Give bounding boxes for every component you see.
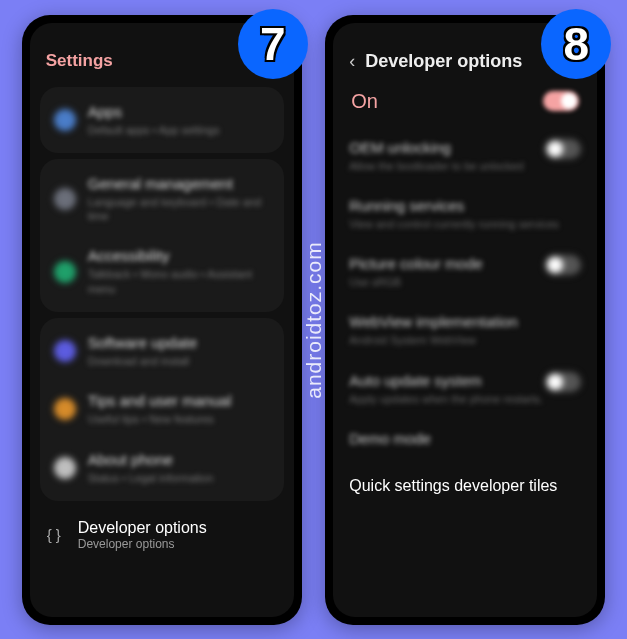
row-sub: Use sRGB — [349, 275, 545, 289]
accessibility-icon — [54, 261, 76, 283]
about-icon — [54, 457, 76, 479]
settings-item-software[interactable]: Software update Download and install — [40, 322, 284, 380]
settings-card: Apps Default apps • App settings — [40, 87, 284, 153]
settings-item-accessibility[interactable]: Accessibility Talkback • Mono audio • As… — [40, 235, 284, 308]
row-sub: Download and install — [88, 354, 270, 368]
step-badge: 7 — [238, 9, 308, 79]
page-title: Settings — [46, 51, 113, 71]
row-title: Picture colour mode — [349, 255, 545, 272]
on-label: On — [351, 90, 378, 113]
toggle-on-icon[interactable] — [543, 91, 579, 111]
software-icon — [54, 340, 76, 362]
row-title: Tips and user manual — [88, 392, 270, 409]
watermark: androidtoz.com — [302, 241, 326, 399]
row-sub: Android System WebView — [349, 333, 581, 347]
row-title: Developer options — [78, 519, 207, 537]
toggle-icon[interactable] — [545, 255, 581, 275]
settings-item-developer-options[interactable]: { } Developer options Developer options — [30, 507, 294, 567]
apps-icon — [54, 109, 76, 131]
developer-options-icon: { } — [44, 525, 64, 545]
toggle-icon[interactable] — [545, 139, 581, 159]
dev-item-webview[interactable]: WebView implementation Android System We… — [333, 301, 597, 359]
settings-item-general[interactable]: General management Language and keyboard… — [40, 163, 284, 236]
row-title: Accessibility — [88, 247, 270, 264]
row-title: About phone — [88, 451, 270, 468]
settings-item-about[interactable]: About phone Status • Legal information — [40, 439, 284, 497]
row-title: Apps — [88, 103, 270, 120]
row-title: General management — [88, 175, 270, 192]
dev-item-demo-mode[interactable]: Demo mode — [333, 418, 597, 462]
row-title: WebView implementation — [349, 313, 581, 330]
phone-right: 8 ‹ Developer options On OEM unlocking A… — [325, 15, 605, 625]
dev-item-auto-update[interactable]: Auto update system Apply updates when th… — [333, 360, 597, 418]
row-title: Demo mode — [349, 430, 581, 447]
back-icon[interactable]: ‹ — [349, 51, 355, 72]
row-sub: Useful tips • New features — [88, 412, 270, 426]
row-sub: Developer options — [78, 537, 207, 551]
master-toggle-row[interactable]: On — [333, 82, 597, 127]
row-sub: View and control currently running servi… — [349, 217, 581, 231]
row-sub: Status • Legal information — [88, 471, 270, 485]
settings-item-tips[interactable]: Tips and user manual Useful tips • New f… — [40, 380, 284, 438]
row-sub: Apply updates when the phone restarts. — [349, 392, 545, 406]
phone-left: 7 Settings Apps Default apps • App setti… — [22, 15, 302, 625]
row-sub: Default apps • App settings — [88, 123, 270, 137]
row-title: Running services — [349, 197, 581, 214]
general-icon — [54, 188, 76, 210]
step-badge: 8 — [541, 9, 611, 79]
toggle-icon[interactable] — [545, 372, 581, 392]
row-sub: Talkback • Mono audio • Assistant menu — [88, 267, 270, 296]
screen: Settings Apps Default apps • App setting… — [30, 23, 294, 617]
settings-item-apps[interactable]: Apps Default apps • App settings — [40, 91, 284, 149]
page-title: Developer options — [365, 51, 522, 72]
tips-icon — [54, 398, 76, 420]
row-sub: Language and keyboard • Date and time — [88, 195, 270, 224]
dev-item-running-services[interactable]: Running services View and control curren… — [333, 185, 597, 243]
row-title: OEM unlocking — [349, 139, 545, 156]
dev-item-picture-colour[interactable]: Picture colour mode Use sRGB — [333, 243, 597, 301]
settings-card: Software update Download and install Tip… — [40, 318, 284, 501]
row-sub: Allow the bootloader to be unlocked — [349, 159, 545, 173]
settings-card: General management Language and keyboard… — [40, 159, 284, 312]
dev-item-oem-unlocking[interactable]: OEM unlocking Allow the bootloader to be… — [333, 127, 597, 185]
row-title: Software update — [88, 334, 270, 351]
row-title: Auto update system — [349, 372, 545, 389]
dev-item-quick-settings-tiles[interactable]: Quick settings developer tiles — [333, 462, 597, 511]
screen: ‹ Developer options On OEM unlocking All… — [333, 23, 597, 617]
